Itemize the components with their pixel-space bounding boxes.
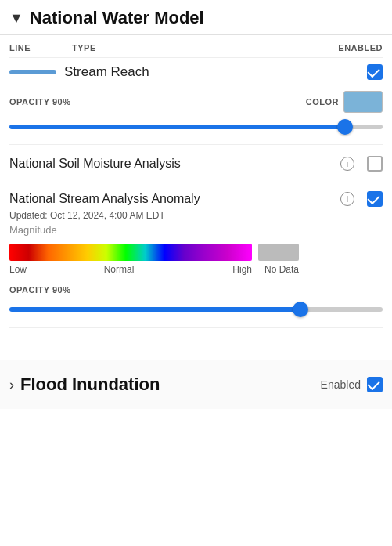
type-column-header: TYPE (72, 43, 336, 52)
label-low: Low (9, 264, 56, 275)
opacity-label: OPACITY 90% (9, 97, 70, 107)
enabled-column-header: ENABLED (336, 43, 383, 52)
stream-anomaly-name: National Stream Analysis Anomaly (9, 192, 336, 206)
stream-anomaly-magnitude: Magnitude (9, 224, 383, 236)
color-swatch[interactable] (343, 91, 383, 113)
stream-anomaly-info-icon[interactable]: i (340, 192, 354, 206)
soil-moisture-info-icon[interactable]: i (340, 157, 354, 171)
stream-anomaly-slider-row (9, 298, 383, 327)
label-normal: Normal (56, 264, 182, 275)
column-headers: LINE TYPE ENABLED (9, 35, 383, 58)
label-nodata: No Data (258, 264, 305, 275)
flood-inundation-title[interactable]: Flood Inundation (20, 374, 321, 395)
national-water-model-header[interactable]: ▼ National Water Model (0, 0, 392, 35)
stream-anomaly-slider-track (9, 307, 383, 312)
flood-inundation-section: › Flood Inundation Enabled (0, 360, 392, 409)
soil-moisture-checkbox[interactable] (367, 156, 383, 172)
colorbar-container (9, 244, 383, 261)
color-label: COLOR (306, 97, 339, 107)
section-title: National Water Model (30, 8, 204, 28)
stream-anomaly-opacity-label: OPACITY 90% (9, 285, 70, 295)
stream-reach-row: Stream Reach (9, 58, 383, 85)
soil-moisture-name: National Soil Moisture Analysis (9, 157, 336, 171)
stream-reach-checkbox[interactable] (367, 64, 383, 80)
main-content: LINE TYPE ENABLED Stream Reach OPACITY 9… (0, 35, 392, 328)
stream-anomaly-section: National Stream Analysis Anomaly i Updat… (9, 183, 383, 328)
opacity-color-row: OPACITY 90% COLOR (9, 85, 383, 116)
colorbar-labels: Low Normal High No Data (9, 264, 383, 275)
collapse-chevron: ▼ (9, 10, 23, 27)
colorbar (9, 244, 252, 261)
flood-chevron-icon: › (9, 377, 14, 393)
line-column-header: LINE (9, 43, 72, 52)
stream-reach-slider-thumb[interactable] (337, 119, 353, 135)
stream-reach-name: Stream Reach (64, 64, 367, 80)
stream-reach-slider-track (9, 125, 383, 129)
flood-enabled-label: Enabled (321, 378, 361, 391)
flood-inundation-checkbox[interactable] (367, 377, 383, 392)
stream-anomaly-header: National Stream Analysis Anomaly i (9, 191, 383, 207)
stream-reach-slider-container (9, 119, 383, 135)
stream-reach-line-preview (9, 70, 56, 74)
stream-anomaly-updated: Updated: Oct 12, 2024, 4:00 AM EDT (9, 210, 383, 221)
stream-reach-slider-row (9, 116, 383, 145)
stream-anomaly-slider-thumb[interactable] (293, 302, 308, 317)
nodata-bar (258, 244, 299, 261)
soil-moisture-row: National Soil Moisture Analysis i (9, 145, 383, 183)
stream-anomaly-slider-container (9, 302, 383, 317)
stream-anomaly-checkbox[interactable] (367, 191, 383, 207)
label-high: High (182, 264, 252, 275)
